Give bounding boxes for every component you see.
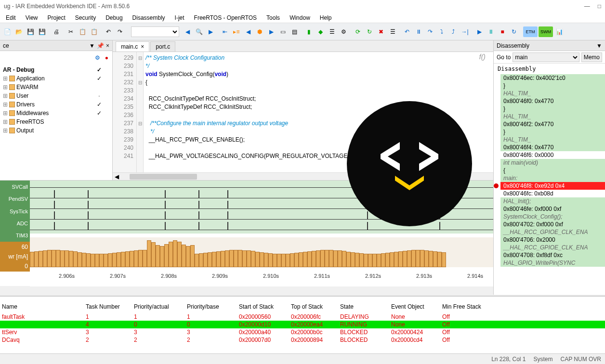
tree-item-drivers[interactable]: ⊞Drivers✓	[2, 100, 110, 109]
fold-gutter[interactable]: ⊟ ⊟ ⊟	[137, 52, 144, 172]
tab-port-c[interactable]: port.c	[150, 41, 175, 52]
disasm-line[interactable]: 0x800'4702: 0xf000 0xf	[500, 221, 605, 228]
disasm-line[interactable]: HAL_TIM_	[500, 113, 605, 120]
tree-item-ewarm[interactable]: ⊞EWARM	[2, 83, 110, 91]
filter-icon[interactable]: ☰	[387, 26, 398, 37]
shield-icon[interactable]: ⬢	[254, 26, 265, 37]
disasm-line[interactable]: HAL_TIM_	[500, 136, 605, 143]
tree-item-application[interactable]: ⊞Application✓	[2, 74, 110, 83]
undo-icon[interactable]: ↶	[103, 26, 114, 37]
project-tree[interactable]: AR - Debug ✓ ⊞Application✓⊞EWARM⊞User·⊞D…	[0, 65, 112, 136]
search-combo[interactable]	[131, 26, 179, 37]
disasm-line[interactable]: SystemClock_Config();	[500, 213, 605, 221]
dropdown-icon[interactable]: ▼	[89, 42, 95, 49]
halt-icon[interactable]: ■	[497, 26, 508, 37]
cut-icon[interactable]: ✂	[66, 26, 76, 37]
disasm-line[interactable]: __HAL_RCC_GPIOE_CLK_ENA	[500, 244, 605, 251]
disasm-line[interactable]: __HAL_RCC_GPIOE_CLK_ENA	[500, 228, 605, 236]
task-row[interactable]: DCavq2220x200007d00x20000894BLOCKED0x200…	[0, 336, 605, 344]
breakpoint-icon[interactable]	[494, 183, 499, 188]
goto-select[interactable]: main	[513, 52, 579, 62]
window-icon[interactable]: ▭	[277, 26, 288, 37]
reset-icon[interactable]: ↶	[402, 26, 412, 37]
menu-freertos-openrtos[interactable]: FreeRTOS - OpenRTOS	[190, 13, 261, 22]
disasm-line[interactable]: 0x800'46f6: 0x0000	[500, 151, 605, 159]
tool-icon[interactable]: ⚙	[338, 26, 349, 37]
menu-security[interactable]: Security	[71, 13, 100, 22]
step-over-icon[interactable]: ↷	[425, 26, 435, 37]
menu-disassembly[interactable]: Disassembly	[129, 13, 169, 22]
disasm-line[interactable]: HAL_TIM_	[500, 90, 605, 97]
new-file-icon[interactable]: 📄	[2, 26, 13, 37]
tree-root[interactable]: AR - Debug ✓	[2, 65, 110, 74]
tab-main-c[interactable]: main.c×	[116, 41, 149, 52]
disasm-line[interactable]: 0x800'46fc: 0xb08d	[500, 190, 605, 197]
menu-debug[interactable]: Debug	[102, 13, 126, 22]
tree-item-middlewares[interactable]: ⊞Middlewares✓	[2, 109, 110, 117]
menu-help[interactable]: Help	[316, 13, 336, 22]
task-row[interactable]: ttServ3330x20000a400x20000b0cBLOCKED0x20…	[0, 328, 605, 336]
next-icon[interactable]: ▶	[266, 26, 276, 37]
save-icon[interactable]: 💾	[25, 26, 36, 37]
step-out-icon[interactable]: ⤴	[448, 26, 459, 37]
close-panel-icon[interactable]: ×	[106, 42, 109, 49]
settings-icon[interactable]: ☰	[327, 26, 337, 37]
maximize-icon[interactable]: □	[598, 3, 601, 10]
pin-icon[interactable]: 📌	[97, 42, 104, 49]
disasm-line[interactable]: 0x800'46f2: 0x4770	[500, 120, 605, 128]
menu-tools[interactable]: Tools	[263, 13, 284, 22]
fn-indicator-icon[interactable]: f()	[479, 53, 486, 61]
chip-green-icon[interactable]: ▮	[303, 26, 314, 37]
disasm-line[interactable]: 0x800'46ec: 0x4002'1c0	[500, 74, 605, 82]
open-icon[interactable]: 📂	[13, 26, 24, 37]
copy-icon[interactable]: 📋	[77, 26, 88, 37]
task-row[interactable]: 4000x20000d100x20000ea4RUNNINGNoneOff	[0, 321, 605, 328]
disasm-line[interactable]: 0x800'46fe: 0xf000 0xf	[500, 205, 605, 213]
pause-icon[interactable]: ⏸	[413, 26, 424, 37]
etm-badge[interactable]: ETM	[523, 26, 538, 37]
memo-button[interactable]: Memo	[581, 52, 602, 62]
menu-view[interactable]: View	[22, 13, 42, 22]
swm-badge[interactable]: SWM	[539, 26, 553, 37]
print-icon[interactable]: 🖨	[51, 26, 62, 37]
prev-icon[interactable]: ◀	[243, 26, 253, 37]
prev-bookmark-icon[interactable]: ⇤	[220, 26, 230, 37]
menu-window[interactable]: Window	[286, 13, 314, 22]
disasm-line[interactable]: HAL_GPIO_WritePin(SYNC	[500, 259, 605, 267]
gear-icon[interactable]: ⚙	[95, 54, 100, 61]
disasm-listing[interactable]: 0x800'46ec: 0x4002'1c0} HAL_TIM_ 0x800'4…	[494, 74, 605, 295]
disasm-line[interactable]: 0x800'46f8: 0xe92d 0x4	[500, 182, 605, 190]
disasm-line[interactable]: 0x800'46f0: 0x4770	[500, 97, 605, 105]
disasm-line[interactable]: 0x800'4708: 0xf8df 0xc	[500, 251, 605, 259]
menu-project[interactable]: Project	[43, 13, 69, 22]
refresh-icon[interactable]: ⟳	[353, 26, 363, 37]
disasm-line[interactable]: int main(void)	[500, 159, 605, 167]
nav-back-icon[interactable]: ◀	[182, 26, 193, 37]
break-icon[interactable]: ⏸	[486, 26, 496, 37]
paste-icon[interactable]: 📋	[89, 26, 99, 37]
step-into-icon[interactable]: ⤵	[436, 26, 447, 37]
disasm-line[interactable]: 0x800'4706: 0x2000	[500, 236, 605, 244]
task-row[interactable]: faultTask1110x200005600x200006fcDELAYING…	[0, 313, 605, 321]
disasm-line[interactable]: }	[500, 82, 605, 90]
tree-item-user[interactable]: ⊞User·	[2, 91, 110, 100]
toggle-bookmark-icon[interactable]: ▸≡	[231, 26, 242, 37]
minimize-icon[interactable]: —	[584, 3, 590, 10]
reload-icon[interactable]: ↻	[364, 26, 375, 37]
nav-fwd-icon[interactable]: ▶	[205, 26, 216, 37]
tree-item-freertos[interactable]: ⊞FreeRTOS	[2, 117, 110, 126]
dropdown-icon[interactable]: ▼	[596, 42, 602, 49]
disasm-line[interactable]: {	[500, 167, 605, 174]
record-icon[interactable]: ●	[105, 54, 108, 61]
run-to-icon[interactable]: →|	[460, 26, 470, 37]
cube-icon[interactable]: ◆	[315, 26, 326, 37]
redo-icon[interactable]: ↷	[115, 26, 125, 37]
stop-icon[interactable]: ✖	[376, 26, 386, 37]
zoom-icon[interactable]: 🔍	[194, 26, 204, 37]
run-icon[interactable]: ▶	[474, 26, 485, 37]
menu-i-jet[interactable]: I-jet	[171, 13, 188, 22]
disasm-line[interactable]: }	[500, 105, 605, 113]
list-icon[interactable]: ▤	[289, 26, 300, 37]
disasm-line[interactable]: }	[500, 128, 605, 136]
disasm-line[interactable]: HAL_Init();	[500, 197, 605, 205]
